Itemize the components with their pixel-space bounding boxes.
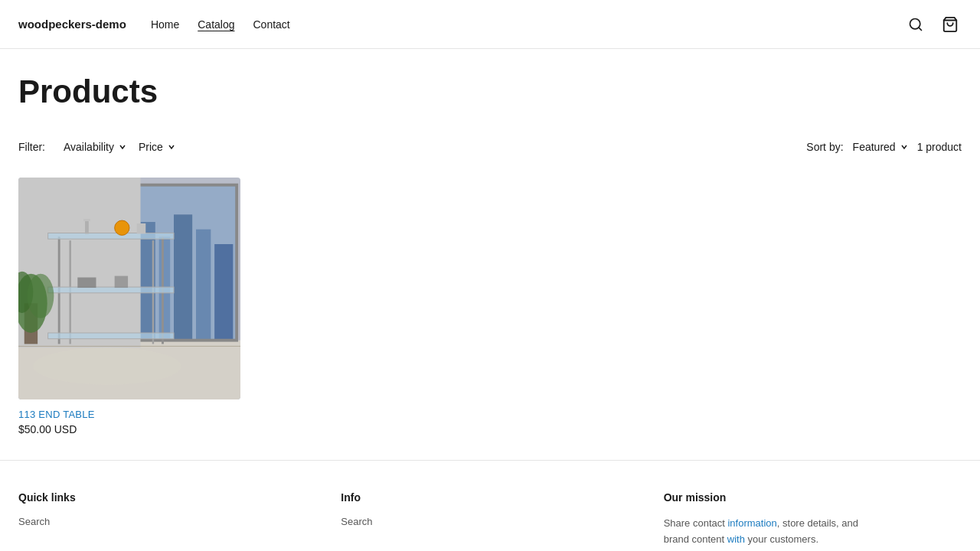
main-content: Products Filter: Availability Price Sort… (0, 49, 980, 460)
our-mission-heading: Our mission (664, 491, 962, 504)
quick-links-heading: Quick links (18, 491, 316, 504)
site-header: woodpeckers-demo Home Catalog Contact (0, 0, 980, 49)
info-heading: Info (341, 491, 639, 504)
product-card[interactable]: 113 END TABLE $50.00 USD (18, 178, 240, 435)
brand-logo[interactable]: woodpeckers-demo (18, 18, 126, 31)
sort-by-label: Sort by: (806, 141, 843, 153)
price-label: Price (139, 141, 163, 153)
filter-left: Filter: Availability Price (18, 141, 175, 153)
products-grid: 113 END TABLE $50.00 USD (18, 178, 962, 435)
mission-text-part3: your customers. (745, 533, 818, 545)
availability-label: Availability (64, 141, 114, 153)
chevron-down-icon (119, 143, 126, 151)
nav-catalog[interactable]: Catalog (198, 18, 234, 31)
product-image (18, 178, 240, 399)
svg-rect-23 (85, 220, 89, 233)
svg-rect-25 (137, 223, 146, 234)
chevron-down-icon (168, 143, 175, 151)
svg-point-32 (28, 274, 54, 318)
product-count: 1 product (917, 141, 962, 153)
footer-info: Info Search (341, 491, 639, 548)
filter-bar: Filter: Availability Price Sort by: Feat… (18, 141, 962, 153)
main-nav: Home Catalog Contact (151, 18, 290, 31)
price-filter[interactable]: Price (139, 141, 175, 153)
search-button[interactable] (905, 14, 926, 35)
header-icons (905, 13, 962, 36)
page-title: Products (18, 73, 962, 110)
product-image-svg (18, 178, 240, 399)
svg-rect-24 (83, 219, 90, 221)
footer-grid: Quick links Search Info Search Our missi… (18, 491, 962, 548)
footer-our-mission: Our mission Share contact information, s… (664, 491, 962, 548)
site-footer: Quick links Search Info Search Our missi… (0, 460, 980, 551)
svg-rect-19 (48, 287, 174, 293)
availability-filter[interactable]: Availability (64, 141, 126, 153)
svg-line-1 (919, 27, 922, 30)
svg-rect-26 (77, 278, 96, 289)
mission-highlight-2: with (727, 533, 745, 545)
svg-rect-9 (196, 230, 211, 341)
filter-right: Sort by: Featured 1 product (806, 141, 962, 153)
nav-home[interactable]: Home (151, 18, 179, 31)
product-title: 113 END TABLE (18, 409, 240, 420)
footer-quick-links: Quick links Search (18, 491, 316, 548)
svg-rect-27 (115, 276, 128, 288)
svg-rect-10 (214, 244, 233, 341)
sort-selected-value: Featured (853, 141, 896, 153)
quick-links-search[interactable]: Search (18, 516, 316, 527)
svg-rect-8 (174, 214, 192, 340)
mission-highlight-1: information (727, 517, 776, 529)
info-search[interactable]: Search (341, 516, 639, 527)
product-price: $50.00 USD (18, 423, 240, 435)
sort-select[interactable]: Featured (853, 141, 908, 153)
nav-contact[interactable]: Contact (253, 18, 290, 31)
svg-rect-20 (48, 333, 174, 339)
svg-rect-18 (48, 233, 174, 240)
svg-point-28 (33, 347, 181, 384)
our-mission-text: Share contact information, store details… (664, 516, 962, 548)
header-left: woodpeckers-demo Home Catalog Contact (18, 18, 290, 31)
mission-text-part1: Share contact (664, 517, 728, 529)
filter-label: Filter: (18, 141, 45, 153)
cart-button[interactable] (939, 13, 962, 36)
chevron-down-icon (900, 143, 908, 151)
search-icon (908, 17, 923, 32)
cart-icon (942, 16, 959, 33)
